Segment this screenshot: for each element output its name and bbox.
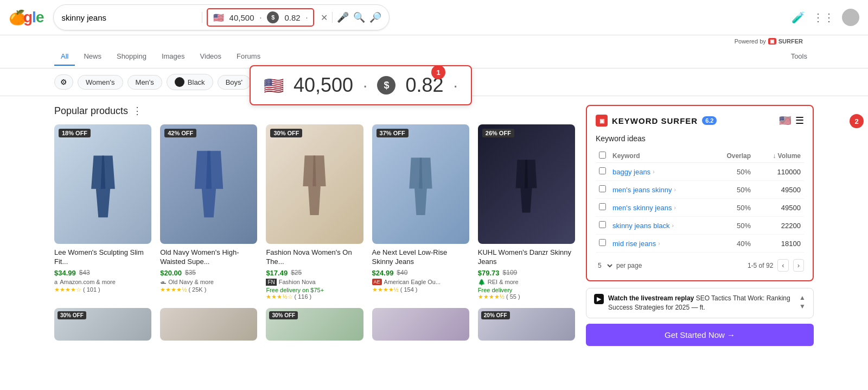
tab-shopping[interactable]: Shopping <box>110 48 153 66</box>
pagination-prev-button[interactable]: ‹ <box>777 259 788 272</box>
user-avatar[interactable] <box>842 9 859 26</box>
microphone-button[interactable]: 🎤 <box>337 11 349 23</box>
product-partial-2[interactable] <box>160 308 257 341</box>
kw-checkbox-4[interactable] <box>599 221 606 228</box>
overlap-5: 40% <box>710 235 754 253</box>
stars-5: ★★★★½ <box>478 293 505 300</box>
product-partial-1[interactable]: 30% OFF <box>54 308 151 341</box>
delivery-5: Free delivery <box>478 287 575 293</box>
product-card-5[interactable]: 26% OFF KUHL Women's Danzr Skinny Jeans … <box>478 124 575 300</box>
overlap-3: 50% <box>710 199 754 217</box>
grid-icon-button[interactable]: ⋮⋮ <box>813 11 834 24</box>
chip-black[interactable]: Black <box>167 74 213 90</box>
product-badge-3: 30% OFF <box>270 129 302 137</box>
keyword-link-2[interactable]: men's jeans skinny › <box>612 186 706 194</box>
product-grid: 18% OFF Lee Women's Sculpting Slim Fit..… <box>54 124 575 300</box>
stars-4: ★★★★½ <box>372 286 399 293</box>
product-rating-3: ★★★½☆ (116) <box>266 293 363 300</box>
search-input[interactable] <box>61 13 197 22</box>
product-badge-5: 26% OFF <box>482 129 514 137</box>
keyword-row-1: baggy jeans › 50% 110000 <box>596 163 804 181</box>
product-seller-1: a Amazon.com & more <box>54 279 151 285</box>
kw-checkbox-3[interactable] <box>599 203 606 210</box>
lens-button[interactable]: 🔍 <box>353 11 365 23</box>
dollar-icon: $ <box>267 11 279 23</box>
chevron-icon-3: › <box>674 205 675 211</box>
surfer-menu-icon[interactable]: ☰ <box>795 115 804 127</box>
pagination-next-button[interactable]: › <box>793 259 804 272</box>
keyword-row-2: men's jeans skinny › 50% 49500 <box>596 181 804 199</box>
big-us-flag-icon: 🇺🇸 <box>264 76 284 95</box>
search-clear-button[interactable]: ✕ <box>321 12 328 23</box>
product-name-1: Lee Women's Sculpting Slim Fit... <box>54 248 151 267</box>
per-page: 5 10 25 per page <box>596 261 642 270</box>
keyword-ideas-title: Keyword ideas <box>596 134 804 143</box>
inline-dot: · <box>259 13 261 22</box>
black-circle-icon <box>175 77 184 87</box>
powered-by-bar: Powered by ▣ SURFER <box>0 35 868 46</box>
product-card-1[interactable]: 18% OFF Lee Women's Sculpting Slim Fit..… <box>54 124 151 300</box>
col-volume-header: ↓ Volume <box>754 149 804 163</box>
product-card-2[interactable]: 42% OFF Old Navy Women's High-Waisted Su… <box>160 124 257 300</box>
keyword-link-3[interactable]: men's skinny jeans › <box>612 204 706 212</box>
lab-icon-button[interactable]: 🧪 <box>792 11 805 24</box>
kw-checkbox-5[interactable] <box>599 239 606 246</box>
product-badge-1: 18% OFF <box>59 129 91 137</box>
search-submit-button[interactable]: 🔎 <box>369 11 381 23</box>
big-dot2: · <box>454 76 458 95</box>
big-dot: · <box>363 76 367 95</box>
product-card-3[interactable]: 30% OFF Fashion Nova Women's On The... $… <box>266 124 363 300</box>
chevron-icon-4: › <box>672 223 674 229</box>
price-original-3: $25 <box>291 269 302 276</box>
price-original-5: $109 <box>503 269 518 276</box>
watch-text: Watch the livestream replay SEO Tactics … <box>608 294 795 312</box>
tab-all[interactable]: All <box>54 48 75 66</box>
product-price-row-5: $79.73 $109 <box>478 269 575 277</box>
section-menu-icon[interactable]: ⋮ <box>132 105 142 117</box>
watch-expand-button[interactable]: ▲ <box>799 294 806 301</box>
stars-3: ★★★½☆ <box>266 293 292 300</box>
tab-forums[interactable]: Forums <box>230 48 267 66</box>
chip-womens[interactable]: Women's <box>78 75 123 90</box>
chip-boys[interactable]: Boys' <box>218 75 251 90</box>
product-price-row-3: $17.49 $25 <box>266 269 363 277</box>
chip-mens[interactable]: Men's <box>127 75 162 90</box>
product-row-2: 30% OFF 30% OFF 20% OFF <box>54 308 575 341</box>
tab-images[interactable]: Images <box>155 48 192 66</box>
kw-checkbox-2[interactable] <box>599 185 606 192</box>
tab-videos[interactable]: Videos <box>194 48 228 66</box>
divider <box>202 12 202 23</box>
product-badge-4: 37% OFF <box>376 129 409 137</box>
product-card-4[interactable]: 37% OFF Ae Next Level Low-Rise Skinny Je… <box>372 124 469 300</box>
tab-news[interactable]: News <box>77 48 108 66</box>
keyword-link-4[interactable]: skinny jeans black › <box>612 222 706 230</box>
section-title: Popular products <box>54 105 128 117</box>
product-image-bg-2 <box>160 124 257 244</box>
product-partial-5[interactable]: 20% OFF <box>478 308 575 341</box>
divider2 <box>332 12 333 23</box>
chevron-icon-1: › <box>653 169 654 175</box>
price-current-1: $34.99 <box>54 269 76 277</box>
product-partial-3[interactable]: 30% OFF <box>266 308 363 341</box>
keyword-link-1[interactable]: baggy jeans › <box>612 168 706 176</box>
surfer-flag-icon[interactable]: 🇺🇸 <box>779 115 791 127</box>
inline-cpc: 0.82 <box>284 13 300 22</box>
kw-checkbox-1[interactable] <box>599 167 606 174</box>
get-started-button[interactable]: Get Started Now → <box>586 324 814 346</box>
jeans-silhouette-5 <box>510 152 542 217</box>
partial-badge-5: 20% OFF <box>481 311 510 319</box>
search-bar[interactable]: 🇺🇸 40,500 · $ 0.82 · ✕ 🎤 🔍 🔎 <box>53 4 390 30</box>
select-all-checkbox[interactable] <box>599 152 606 159</box>
keyword-row-3: men's skinny jeans › 50% 49500 <box>596 199 804 217</box>
product-name-5: KUHL Women's Danzr Skinny Jeans <box>478 248 575 267</box>
volume-3: 49500 <box>754 199 804 217</box>
filter-icon-button[interactable]: ⚙ <box>54 74 73 90</box>
watch-icon: ▶ <box>594 294 604 304</box>
tab-tools[interactable]: Tools <box>784 48 814 66</box>
watch-collapse-button[interactable]: ▼ <box>799 303 806 310</box>
per-page-select[interactable]: 5 10 25 <box>596 261 614 270</box>
product-name-2: Old Navy Women's High-Waisted Supe... <box>160 248 257 267</box>
product-partial-4[interactable] <box>372 308 469 341</box>
price-original-4: $40 <box>397 269 407 276</box>
keyword-link-5[interactable]: mid rise jeans › <box>612 240 706 248</box>
